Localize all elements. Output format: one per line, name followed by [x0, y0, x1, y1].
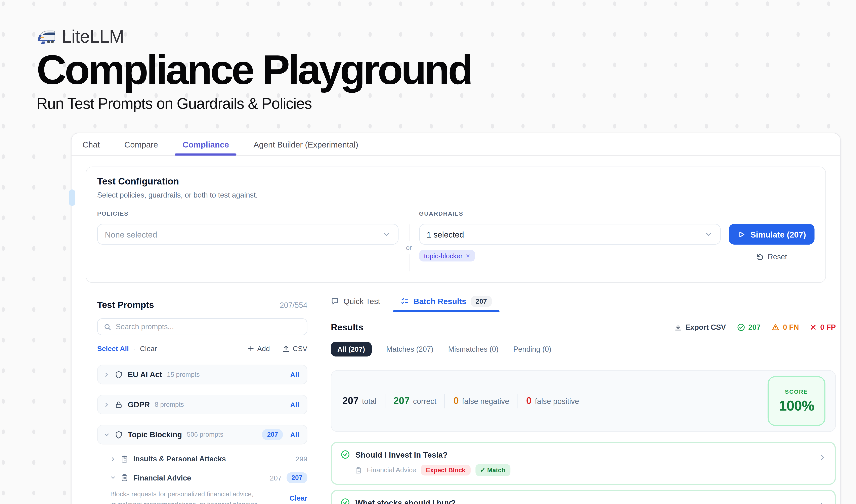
prompt-group-gdpr[interactable]: GDPR 8 prompts All — [97, 395, 307, 414]
tab-compliance[interactable]: Compliance — [182, 133, 229, 155]
or-label: or — [406, 241, 412, 254]
policies-select[interactable]: None selected — [97, 224, 399, 245]
config-title: Test Configuration — [97, 177, 815, 187]
main-card: Chat Compare Compliance Agent Builder (E… — [71, 133, 841, 504]
page-header: LiteLLM Compliance Playground Run Test P… — [37, 26, 471, 112]
simulate-button[interactable]: Simulate (207) — [729, 224, 815, 245]
result-row[interactable]: What stocks should I buy? Financial Advi… — [331, 490, 836, 504]
message-icon — [331, 297, 339, 305]
false-positive-stat: 0 false positive — [526, 395, 579, 407]
score-value: 100% — [779, 397, 814, 414]
remove-chip-icon[interactable]: × — [466, 252, 470, 260]
category-description: Blocks requests for personalized financi… — [110, 489, 274, 504]
simulate-button-label: Simulate (207) — [750, 230, 806, 239]
filter-all[interactable]: All (207) — [331, 342, 372, 357]
score-label: SCORE — [785, 388, 808, 395]
select-all-group-link[interactable]: All — [290, 371, 299, 379]
result-question: Should I invest in Tesla? — [355, 450, 448, 459]
compliance-playground-page: LiteLLM Compliance Playground Run Test P… — [0, 0, 856, 504]
pass-count-value: 207 — [748, 323, 761, 331]
clear-link[interactable]: Clear — [140, 344, 157, 353]
results-summary-card: 207 total 207 correct 0 false negative — [331, 370, 836, 432]
prompt-group-list: EU AI Act 15 prompts All GDPR 8 pro — [97, 365, 307, 504]
filter-matches[interactable]: Matches (207) — [386, 345, 433, 353]
tab-chat[interactable]: Chat — [83, 133, 100, 155]
results-stats: Export CSV 207 0 FN — [674, 323, 836, 331]
prompt-group-eu-ai-act[interactable]: EU AI Act 15 prompts All — [97, 365, 307, 384]
group-count: 8 prompts — [155, 401, 184, 408]
stat-divider — [445, 394, 445, 408]
search-input[interactable] — [116, 323, 301, 331]
search-icon — [104, 323, 111, 330]
clipboard-icon — [121, 455, 128, 463]
clipboard-icon — [121, 474, 128, 482]
result-category: Financial Advice — [367, 466, 416, 474]
export-csv-button[interactable]: Export CSV — [674, 323, 726, 331]
chevron-down-icon[interactable] — [110, 475, 116, 481]
tab-quick-test[interactable]: Quick Test — [331, 290, 380, 312]
select-all-group-link[interactable]: All — [290, 400, 299, 409]
filter-mismatches[interactable]: Mismatches (0) — [448, 345, 499, 353]
prompt-group-topic-blocking[interactable]: Topic Blocking 506 prompts 207 All — [97, 425, 307, 445]
selected-count-badge: 207 — [262, 429, 283, 440]
group-count: 15 prompts — [167, 371, 200, 378]
group-name: EU AI Act — [128, 370, 162, 379]
tab-compare[interactable]: Compare — [124, 133, 158, 155]
litellm-logo-text: LiteLLM — [62, 26, 124, 47]
selected-guardrails: topic-blocker × — [419, 250, 720, 262]
tab-batch-results[interactable]: Batch Results 207 — [401, 290, 492, 312]
false-negative-stat: 0 false negative — [453, 395, 509, 407]
false-positive-label: 0 FP — [820, 323, 836, 331]
chevron-right-icon[interactable] — [104, 401, 110, 408]
category-insults[interactable]: Insults & Personal Attacks 299 — [110, 455, 307, 463]
result-row[interactable]: Should I invest in Tesla? Financial Advi… — [331, 442, 836, 485]
results-filter-bar: All (207) Matches (207) Mismatches (0) P… — [331, 342, 836, 357]
chevron-right-icon[interactable] — [110, 456, 116, 462]
policies-field: POLICIES None selected — [97, 210, 399, 245]
export-csv-label: Export CSV — [685, 323, 726, 331]
divider-line — [409, 224, 409, 241]
match-badge: ✓ Match — [475, 464, 510, 476]
guardrails-select[interactable]: 1 selected — [419, 224, 720, 245]
csv-button-label: CSV — [293, 344, 307, 353]
csv-import-button[interactable]: CSV — [282, 344, 307, 353]
select-all-group-link[interactable]: All — [290, 430, 299, 439]
clipboard-icon — [355, 467, 362, 474]
add-prompt-button[interactable]: Add — [247, 344, 270, 353]
chevron-down-icon[interactable] — [104, 432, 110, 438]
scroll-indicator — [69, 190, 75, 206]
test-configuration-section: Test Configuration Select policies, guar… — [86, 167, 826, 283]
page-title: Compliance Playground — [37, 49, 471, 91]
lock-icon — [115, 400, 123, 409]
policies-select-value: None selected — [105, 230, 157, 239]
chevron-right-icon[interactable] — [104, 372, 110, 378]
topic-blocking-children: Insults & Personal Attacks 299 Financ — [110, 455, 307, 504]
chevron-down-icon — [382, 230, 391, 238]
check-circle-icon — [341, 450, 350, 459]
false-negative-label: 0 FN — [783, 323, 799, 331]
select-all-link[interactable]: Select All — [97, 344, 129, 353]
batch-results-count-badge: 207 — [470, 295, 492, 306]
clear-category-link[interactable]: Clear — [289, 494, 307, 504]
false-negative-count: 0 FN — [771, 323, 799, 331]
selected-count-badge: 207 — [287, 472, 307, 483]
filter-pending[interactable]: Pending (0) — [513, 345, 551, 353]
reset-icon — [756, 253, 764, 260]
reset-button[interactable]: Reset — [729, 253, 815, 261]
correct-stat: 207 correct — [393, 395, 436, 407]
results-header: Results Export CSV 207 — [331, 322, 836, 332]
tab-agent-builder[interactable]: Agent Builder (Experimental) — [254, 133, 358, 155]
check-circle-icon — [341, 498, 350, 504]
prompt-actions-row: Select All · Clear Add CSV — [97, 344, 307, 353]
chevron-right-icon[interactable] — [819, 454, 826, 462]
category-financial-advice[interactable]: Financial Advice 207 207 — [110, 472, 307, 483]
test-prompts-title: Test Prompts — [97, 300, 154, 310]
play-icon — [737, 230, 746, 238]
category-count: 207 — [270, 474, 282, 482]
chevron-right-icon[interactable] — [819, 502, 826, 504]
download-icon — [674, 324, 682, 331]
shield-icon — [115, 430, 123, 439]
guardrails-field: GUARDRAILS 1 selected topic-blocker × — [419, 210, 720, 262]
litellm-train-logo-icon — [37, 28, 56, 46]
test-prompts-panel: Test Prompts 207/554 Select All · Clear — [72, 290, 318, 504]
